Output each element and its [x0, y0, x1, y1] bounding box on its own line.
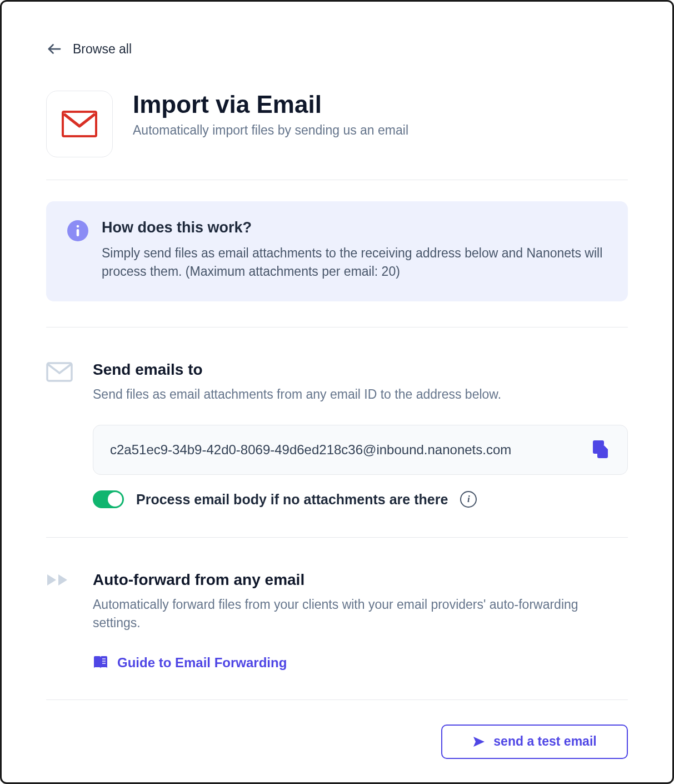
inbound-email-address: c2a51ec9-34b9-42d0-8069-49d6ed218c36@inb… [110, 440, 580, 459]
info-title: How does this work? [102, 219, 607, 236]
send-icon [472, 735, 486, 748]
send-title: Send emails to [93, 361, 628, 379]
forward-desc: Automatically forward files from your cl… [93, 596, 628, 633]
process-body-toggle-row: Process email body if no attachments are… [93, 490, 628, 508]
svg-rect-3 [77, 229, 79, 236]
info-icon [67, 220, 88, 241]
send-test-email-button[interactable]: send a test email [441, 725, 628, 759]
svg-marker-11 [473, 737, 485, 747]
send-desc: Send files as email attachments from any… [93, 385, 628, 404]
auto-forward-section: Auto-forward from any email Automaticall… [46, 538, 628, 700]
copy-icon [591, 439, 611, 459]
back-label: Browse all [73, 42, 132, 57]
email-address-box: c2a51ec9-34b9-42d0-8069-49d6ed218c36@inb… [93, 425, 628, 475]
back-nav[interactable]: Browse all [46, 41, 628, 57]
guide-link[interactable]: Guide to Email Forwarding [93, 655, 628, 671]
svg-marker-7 [58, 574, 67, 585]
toggle-info-icon[interactable]: i [460, 491, 477, 508]
email-app-icon-box [46, 91, 113, 157]
forward-icon [46, 572, 73, 588]
arrow-left-icon [46, 41, 63, 57]
gmail-icon [62, 111, 97, 137]
page-subtitle: Automatically import files by sending us… [133, 123, 408, 138]
toggle-label: Process email body if no attachments are… [136, 492, 448, 508]
page-header: Import via Email Automatically import fi… [46, 91, 628, 180]
forward-title: Auto-forward from any email [93, 571, 628, 589]
envelope-icon [46, 362, 73, 382]
how-it-works-box: How does this work? Simply send files as… [46, 201, 628, 301]
book-icon [93, 656, 108, 670]
info-desc: Simply send files as email attachments t… [102, 244, 607, 281]
guide-label: Guide to Email Forwarding [117, 655, 287, 671]
page-title: Import via Email [133, 91, 408, 118]
copy-email-button[interactable] [591, 439, 611, 461]
process-body-toggle[interactable] [93, 490, 124, 508]
test-email-label: send a test email [493, 734, 596, 749]
send-emails-section: Send emails to Send files as email attac… [46, 328, 628, 538]
svg-marker-6 [47, 574, 56, 585]
svg-point-2 [77, 225, 79, 228]
